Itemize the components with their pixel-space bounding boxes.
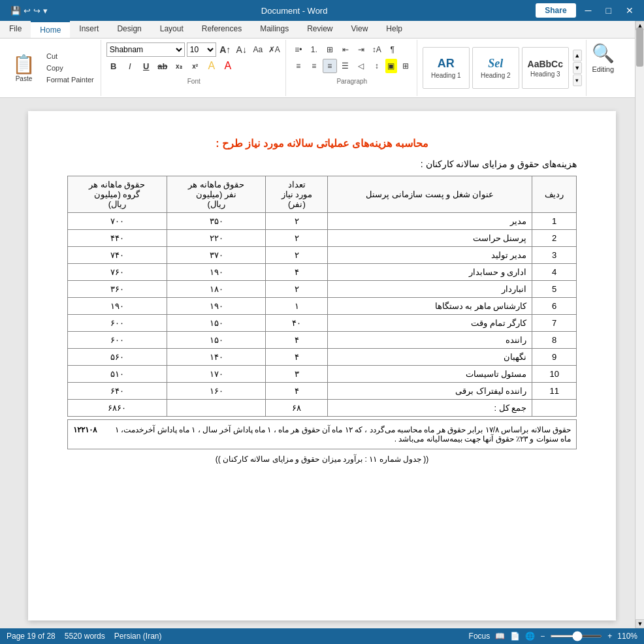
- table-row: مدیر: [328, 213, 532, 230]
- scrollbar-thumb[interactable]: [636, 27, 643, 67]
- scroll-down-button[interactable]: ▼: [636, 619, 644, 628]
- heading1-style[interactable]: AR Heading 1: [423, 47, 470, 89]
- multilevel-list-button[interactable]: ⊞: [323, 42, 337, 57]
- footer-note-box: حقوق سالانه براساس ۱۷/۸ برابر حقوق هر ما…: [67, 419, 577, 449]
- align-center-button[interactable]: ≡: [307, 59, 321, 73]
- table-row: ۷۴۰: [68, 247, 167, 264]
- title-bar: 💾 ↩ ↪ ▾ Document - Word Share ─ □ ✕: [0, 0, 644, 21]
- table-row: ۳: [266, 366, 328, 383]
- tab-insert[interactable]: Insert: [70, 21, 108, 38]
- tab-references[interactable]: References: [193, 21, 251, 38]
- cut-button[interactable]: Cut: [44, 51, 97, 61]
- table-row: ۱۹۰: [167, 264, 266, 281]
- share-button[interactable]: Share: [536, 3, 575, 18]
- sort-button[interactable]: ↕A: [370, 42, 384, 57]
- font-color-button[interactable]: A: [221, 59, 235, 73]
- change-case-button[interactable]: Aa: [251, 42, 265, 57]
- table-row: 7: [532, 315, 577, 332]
- editing-label[interactable]: Editing: [592, 65, 614, 73]
- strikethrough-button[interactable]: ab: [155, 59, 170, 73]
- zoom-level[interactable]: 110%: [617, 632, 637, 634]
- heading2-style[interactable]: Sel Heading 2: [472, 47, 519, 89]
- borders-button[interactable]: ⊞: [398, 59, 413, 73]
- font-size-select[interactable]: 10: [187, 42, 216, 57]
- close-icon[interactable]: ✕: [620, 3, 639, 18]
- read-mode-icon[interactable]: 📖: [495, 632, 505, 634]
- font-family-select[interactable]: Shabnam: [106, 42, 185, 57]
- tab-layout[interactable]: Layout: [151, 21, 193, 38]
- focus-label[interactable]: Focus: [469, 632, 491, 634]
- table-row: ۱۷۰: [167, 366, 266, 383]
- show-formatting-button[interactable]: ¶: [385, 42, 400, 57]
- table-caption: (( جدول شماره ۱۱ : برآورد میزان حقوق و م…: [67, 455, 577, 464]
- clipboard-secondary: Cut Copy Format Painter: [44, 42, 97, 93]
- bold-button[interactable]: B: [106, 59, 121, 73]
- maximize-icon[interactable]: □: [601, 3, 617, 18]
- styles-scroll-down[interactable]: ▼: [573, 62, 582, 74]
- salary-table: ردیف عنوان شغل و پست سازمانی پرسنل تعداد…: [67, 176, 577, 417]
- table-row: ۶۰۰: [68, 332, 167, 349]
- table-row: 2: [532, 230, 577, 247]
- align-left-button[interactable]: ≡: [291, 59, 306, 73]
- table-row: راننده: [328, 332, 532, 349]
- underline-button[interactable]: U: [139, 59, 153, 73]
- increase-font-size-button[interactable]: A↑: [218, 42, 233, 57]
- italic-button[interactable]: I: [123, 59, 137, 73]
- undo-icon[interactable]: ↩: [24, 6, 31, 16]
- editing-search-icon: 🔍: [592, 42, 615, 64]
- rtl-button[interactable]: ◁: [354, 59, 368, 73]
- tab-design[interactable]: Design: [108, 21, 150, 38]
- superscript-button[interactable]: x²: [188, 59, 202, 73]
- zoom-out-button[interactable]: −: [540, 632, 545, 634]
- line-spacing-button[interactable]: ↕: [370, 59, 384, 73]
- save-icon[interactable]: 💾: [10, 6, 21, 16]
- status-left: Page 19 of 28 5520 words Persian (Iran): [7, 632, 161, 634]
- customize-qat-icon[interactable]: ▾: [43, 6, 48, 16]
- table-row: ۴: [266, 349, 328, 366]
- styles-group: AR Heading 1 Sel Heading 2 AaBbCc Headin…: [419, 40, 587, 96]
- redo-icon[interactable]: ↪: [33, 6, 40, 16]
- styles-expand[interactable]: ▾: [573, 74, 582, 86]
- decrease-font-size-button[interactable]: A↓: [234, 42, 249, 57]
- minimize-icon[interactable]: ─: [580, 3, 597, 18]
- bullets-button[interactable]: ≡•: [291, 42, 306, 57]
- tab-mailings[interactable]: Mailings: [251, 21, 298, 38]
- tab-review[interactable]: Review: [298, 21, 342, 38]
- table-row: 4: [532, 264, 577, 281]
- align-right-button[interactable]: ≡: [323, 59, 337, 73]
- shading-button[interactable]: ▣: [385, 59, 397, 73]
- tab-help[interactable]: Help: [377, 21, 411, 38]
- tab-home[interactable]: Home: [31, 21, 70, 38]
- web-layout-icon[interactable]: 🌐: [525, 632, 535, 634]
- table-row: راننده لیفتراک برقی: [328, 383, 532, 400]
- page-info: Page 19 of 28: [7, 632, 56, 634]
- copy-button[interactable]: Copy: [44, 63, 97, 73]
- clipboard-group: 📋 Paste Cut Copy Format Painter: [3, 40, 101, 96]
- zoom-in-button[interactable]: +: [607, 632, 612, 634]
- styles-scroll-up[interactable]: ▲: [573, 50, 582, 61]
- paste-button[interactable]: 📋 Paste: [7, 42, 41, 93]
- table-row: ۶۴۰: [68, 383, 167, 400]
- subscript-button[interactable]: x₂: [172, 59, 186, 73]
- increase-indent-button[interactable]: ⇥: [354, 42, 368, 57]
- clear-formatting-button[interactable]: ✗A: [267, 42, 282, 57]
- tab-file[interactable]: File: [0, 21, 31, 38]
- table-row: ۳۵۰: [167, 213, 266, 230]
- table-row: 8: [532, 332, 577, 349]
- tab-view[interactable]: View: [342, 21, 378, 38]
- print-layout-icon[interactable]: 📄: [510, 632, 520, 634]
- heading3-style[interactable]: AaBbCc Heading 3: [522, 47, 569, 89]
- vertical-scrollbar[interactable]: ▲ ▼: [635, 21, 644, 628]
- text-highlight-button[interactable]: A: [204, 59, 219, 73]
- table-row: ۱۹۰: [68, 298, 167, 315]
- decrease-indent-button[interactable]: ⇤: [338, 42, 353, 57]
- document-page: محاسبه هزینه‌های عملیاتی سالانه مورد نیا…: [28, 111, 616, 620]
- table-row: ۵۶۰: [68, 349, 167, 366]
- table-row: ۱۹۰: [167, 298, 266, 315]
- justify-button[interactable]: ☰: [338, 59, 353, 73]
- heading1-preview: AR: [438, 57, 455, 71]
- format-painter-button[interactable]: Format Painter: [44, 74, 97, 85]
- heading1-label: Heading 1: [431, 72, 461, 79]
- table-row: ۱۵۰: [167, 315, 266, 332]
- numbering-button[interactable]: 1.: [307, 42, 321, 57]
